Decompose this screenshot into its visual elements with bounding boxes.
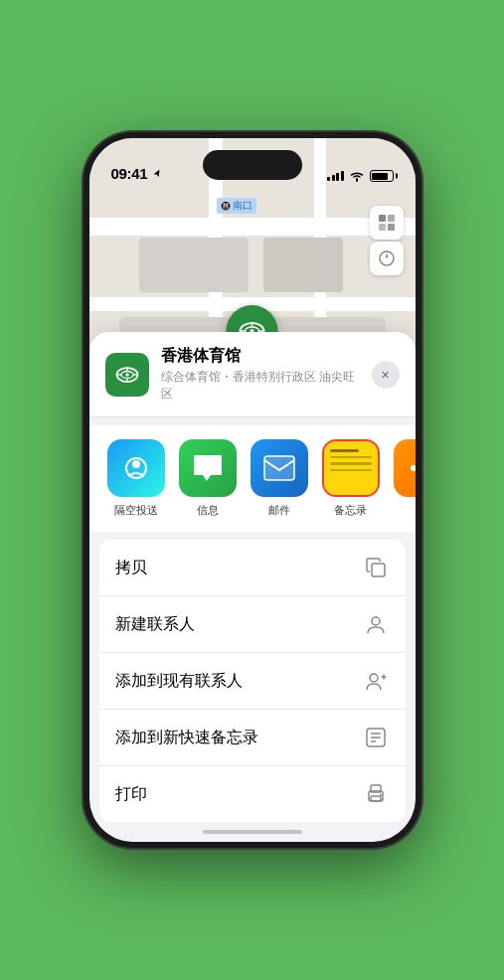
svg-rect-2 xyxy=(379,224,386,231)
notes-line-3 xyxy=(330,462,372,465)
share-item-messages[interactable]: 信息 xyxy=(177,439,239,518)
compass-icon xyxy=(378,249,396,267)
venue-info: 香港体育馆 综合体育馆・香港特别行政区 油尖旺区 xyxy=(161,346,360,403)
map-block1 xyxy=(139,238,249,292)
map-style-button[interactable] xyxy=(370,206,404,240)
signal-bar-1 xyxy=(327,177,330,181)
status-icons xyxy=(327,170,394,182)
share-item-airdrop[interactable]: 隔空投送 xyxy=(105,439,167,518)
messages-icon xyxy=(179,439,237,497)
map-label-nankou: 🚇 南口 xyxy=(217,198,257,214)
copy-symbol xyxy=(365,557,387,578)
add-contact-symbol xyxy=(365,670,387,692)
signal-bar-2 xyxy=(332,175,335,181)
notes-line-1 xyxy=(330,449,359,452)
print-label: 打印 xyxy=(115,784,147,805)
venue-subtitle: 综合体育馆・香港特别行政区 油尖旺区 xyxy=(161,369,360,403)
copy-icon xyxy=(362,554,390,581)
svg-rect-3 xyxy=(388,224,395,231)
svg-point-18 xyxy=(125,373,129,377)
contact-symbol xyxy=(365,613,387,635)
svg-point-23 xyxy=(372,617,380,625)
close-button[interactable]: × xyxy=(372,361,400,389)
more-circles xyxy=(411,465,416,471)
print-symbol xyxy=(365,783,387,805)
new-contact-label: 新建联系人 xyxy=(115,614,195,635)
action-add-notes[interactable]: 添加到新快速备忘录 xyxy=(99,710,406,766)
dynamic-island xyxy=(203,150,302,180)
svg-point-24 xyxy=(370,674,378,682)
print-icon xyxy=(362,780,390,808)
mail-icon xyxy=(251,439,308,497)
messages-symbol xyxy=(191,452,225,484)
phone-frame: 09:41 xyxy=(84,132,421,848)
status-time: 09:41 xyxy=(111,165,148,182)
notes-line-4 xyxy=(330,469,372,472)
circle-1 xyxy=(411,465,416,471)
venue-name: 香港体育馆 xyxy=(161,346,360,367)
add-notes-label: 添加到新快速备忘录 xyxy=(115,728,258,748)
notes-inner xyxy=(324,441,378,495)
share-item-more[interactable]: 推 xyxy=(392,439,416,518)
wifi-icon xyxy=(349,170,365,182)
bottom-sheet: 香港体育馆 综合体育馆・香港特别行政区 油尖旺区 × 隔空投 xyxy=(89,332,416,842)
svg-rect-33 xyxy=(371,796,381,801)
signal-bar-3 xyxy=(336,173,339,181)
airdrop-icon xyxy=(107,439,165,497)
mail-symbol xyxy=(262,454,296,482)
add-existing-icon xyxy=(362,667,390,695)
svg-rect-21 xyxy=(264,456,294,480)
share-item-notes[interactable]: 备忘录 xyxy=(320,439,382,518)
copy-label: 拷贝 xyxy=(115,558,147,578)
share-item-mail[interactable]: 邮件 xyxy=(249,439,310,518)
venue-stadium-icon xyxy=(113,361,141,389)
home-indicator xyxy=(203,830,302,834)
signal-bar-4 xyxy=(341,171,344,181)
map-style-icon xyxy=(378,214,396,232)
notes-add-symbol xyxy=(365,727,387,748)
svg-point-20 xyxy=(132,460,140,468)
action-print[interactable]: 打印 xyxy=(99,766,406,822)
add-notes-icon xyxy=(362,724,390,751)
share-row: 隔空投送 信息 xyxy=(89,425,416,532)
notes-line-2 xyxy=(330,456,372,459)
svg-rect-1 xyxy=(388,215,395,222)
notes-icon xyxy=(322,439,380,497)
action-copy[interactable]: 拷贝 xyxy=(99,540,406,596)
messages-label: 信息 xyxy=(197,503,219,518)
svg-point-34 xyxy=(380,794,382,796)
action-add-existing[interactable]: 添加到现有联系人 xyxy=(99,653,406,710)
svg-rect-0 xyxy=(379,215,386,222)
action-list: 拷贝 新建联系人 xyxy=(99,540,406,822)
map-block2 xyxy=(263,238,343,292)
location-button[interactable] xyxy=(370,242,404,275)
battery-fill xyxy=(372,173,388,180)
mail-label: 邮件 xyxy=(268,503,290,518)
more-icon xyxy=(394,439,416,497)
new-contact-icon xyxy=(362,610,390,638)
airdrop-symbol xyxy=(120,452,152,484)
signal-bars xyxy=(327,171,344,181)
add-existing-label: 添加到现有联系人 xyxy=(115,671,243,692)
venue-icon xyxy=(105,353,149,397)
map-road-h1 xyxy=(89,218,416,236)
location-icon xyxy=(151,168,163,180)
battery-icon xyxy=(370,170,394,182)
venue-header: 香港体育馆 综合体育馆・香港特别行政区 油尖旺区 × xyxy=(89,332,416,417)
phone-screen: 09:41 xyxy=(89,138,416,842)
svg-rect-22 xyxy=(372,564,385,576)
action-new-contact[interactable]: 新建联系人 xyxy=(99,596,406,653)
airdrop-label: 隔空投送 xyxy=(114,503,158,518)
notes-label: 备忘录 xyxy=(334,503,367,518)
map-controls xyxy=(370,206,404,275)
